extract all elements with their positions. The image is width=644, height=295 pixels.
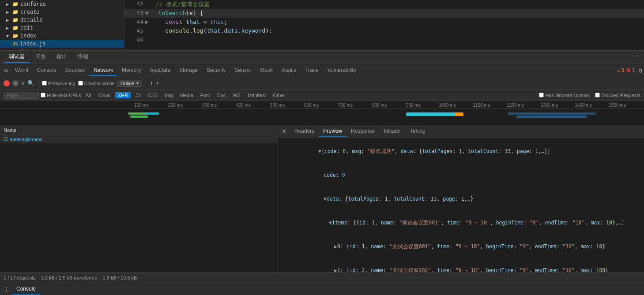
cursor-icon[interactable]: ⊡	[2, 67, 11, 74]
expand-arrow-0[interactable]: ▶	[334, 243, 337, 250]
filter-css[interactable]: CSS	[145, 92, 161, 98]
tab-debugger[interactable]: 调试器	[4, 51, 30, 63]
ruler-tick: 900 ms	[396, 103, 430, 108]
response-content[interactable]: ▼{code: 0, msg: "操作成功", data: {totalPage…	[278, 138, 644, 272]
filter-input-wrap[interactable]	[4, 92, 39, 99]
expand-arrow-1[interactable]: ▶	[334, 267, 337, 272]
tab-sources[interactable]: Sources	[61, 65, 89, 76]
ruler-tick: 400 ms	[226, 103, 260, 108]
expand-arrow[interactable]: ▼	[329, 220, 332, 226]
console-tab[interactable]: Console	[12, 284, 40, 295]
tab-console[interactable]: Console	[33, 65, 61, 76]
close-icon[interactable]: ✕	[282, 128, 286, 134]
preserve-log-checkbox[interactable]	[42, 81, 47, 86]
tab-trace[interactable]: Trace	[301, 65, 323, 76]
line-arrow: ▼	[145, 9, 151, 18]
folder-icon: 📁	[12, 9, 19, 15]
filter-other[interactable]: Other	[271, 92, 288, 98]
clear-button[interactable]: ⊘	[12, 80, 19, 86]
bottom-menu-icon[interactable]: ⋮	[4, 286, 9, 292]
sidebar-item[interactable]: ▶ 📁 details	[0, 16, 124, 24]
filter-manifest[interactable]: Manifest	[245, 92, 269, 98]
disable-cache-label[interactable]: Disable cache	[78, 81, 115, 86]
network-action-toolbar: ⊘ ▽ 🔍 Preserve log Disable cache Online …	[0, 77, 644, 90]
record-button[interactable]	[4, 80, 10, 86]
resp-tab-preview[interactable]: Preview	[319, 126, 346, 137]
sidebar-item-label: index.json	[20, 49, 52, 50]
expand-arrow[interactable]: ▼	[318, 148, 321, 154]
tab-audits[interactable]: Audits	[277, 65, 301, 76]
filter-font[interactable]: Font	[198, 92, 213, 98]
filter-media[interactable]: Media	[177, 92, 196, 98]
tab-vulnerability[interactable]: Vulnerability	[323, 65, 361, 76]
resp-tab-initiator[interactable]: Initiator	[379, 126, 405, 137]
ruler-tick: 600 ms	[294, 103, 328, 108]
filter-cloud[interactable]: Cloud	[95, 92, 113, 98]
resp-tab-response[interactable]: Response	[346, 126, 379, 137]
settings-gear-icon[interactable]: ⚙	[639, 67, 642, 74]
filter-input[interactable]	[7, 93, 33, 98]
tab-security[interactable]: Security	[202, 65, 230, 76]
request-item-meetingrooms[interactable]: ☐ meetingRooms	[0, 135, 278, 143]
sidebar-item[interactable]: ▶ 📁 conferee	[0, 0, 124, 8]
resp-tab-headers[interactable]: Headers	[290, 126, 319, 137]
hide-data-urls-checkbox[interactable]	[41, 93, 45, 97]
tab-wxml[interactable]: Wxml	[11, 65, 33, 76]
request-list-panel: Name ☐ meetingRooms	[0, 125, 278, 272]
sidebar-item[interactable]: {} index.json	[0, 48, 124, 50]
filter-js[interactable]: JS	[132, 92, 143, 98]
filter-all[interactable]: All	[83, 92, 94, 98]
filter-xhr[interactable]: XHR	[115, 92, 131, 98]
online-label: Online	[121, 81, 135, 86]
chevron-down-icon: ▼	[136, 81, 139, 85]
tab-memory[interactable]: Memory	[117, 65, 145, 76]
has-blocked-cookies-checkbox[interactable]	[539, 93, 544, 97]
blocked-requests-label[interactable]: Blocked Requests	[595, 93, 640, 98]
filter-img[interactable]: Img	[162, 92, 175, 98]
filter-bar: Hide data URLs All Cloud XHR JS CSS Img …	[0, 90, 644, 101]
tab-storage[interactable]: Storage	[175, 65, 202, 76]
sidebar-item[interactable]: ▶ 📁 create	[0, 8, 124, 16]
arrow-icon: ▼	[6, 34, 12, 38]
blocked-requests-checkbox[interactable]	[595, 93, 600, 97]
tab-output[interactable]: 输出	[51, 51, 72, 63]
filter-ws[interactable]: WS	[230, 92, 243, 98]
download-icon[interactable]: ⬇	[156, 80, 159, 86]
json-item-0: ▶0: {id: 1, name: "测试会议室001", time: "9 ~…	[298, 235, 640, 258]
arrow-icon: ▶	[6, 2, 12, 7]
filter-doc[interactable]: Doc	[215, 92, 229, 98]
line-arrow: ▶	[145, 18, 151, 26]
sidebar-item-index-js[interactable]: JS index.js	[0, 40, 124, 48]
resp-tab-timing[interactable]: Timing	[405, 126, 430, 137]
tab-terminal[interactable]: 终端	[72, 51, 94, 63]
hide-data-urls-label[interactable]: Hide data URLs	[41, 93, 81, 98]
disable-cache-checkbox[interactable]	[78, 81, 83, 86]
request-count-status: 1 / 17 requests	[4, 275, 36, 280]
line-content	[149, 35, 152, 44]
tab-sensor[interactable]: Sensor	[230, 65, 256, 76]
online-select[interactable]: Online ▼	[117, 80, 143, 87]
ruler-tick: 1500 ms	[600, 103, 634, 108]
sidebar-item[interactable]: ▶ 📁 edit	[0, 24, 124, 32]
sidebar-item[interactable]: ▼ 📂 index	[0, 32, 124, 40]
search-icon[interactable]: 🔍	[27, 80, 34, 86]
tab-mock[interactable]: Mock	[256, 65, 277, 76]
blocked-requests-text: Blocked Requests	[601, 93, 640, 98]
expand-arrow[interactable]: ▼	[324, 196, 327, 202]
upload-icon[interactable]: ⬆	[150, 80, 153, 86]
warn-triangle-icon: ⚠	[617, 67, 620, 73]
arrow-icon: ▶	[6, 26, 12, 30]
request-checkbox: ☐	[4, 136, 10, 142]
has-blocked-cookies-label[interactable]: Has blocked cookies	[539, 93, 590, 98]
error-count: 1	[632, 67, 635, 73]
tab-network[interactable]: Network	[89, 65, 117, 76]
tab-appdata[interactable]: AppData	[145, 65, 175, 76]
response-panel: ✕ Headers Preview Response Initiator Tim…	[278, 125, 644, 272]
filter-icon[interactable]: ▽	[21, 80, 25, 86]
scroll-up-icon[interactable]: ⌃	[636, 54, 639, 60]
preserve-log-label[interactable]: Preserve log	[42, 81, 75, 86]
bottom-console-bar: ⋮ Console	[0, 283, 644, 295]
waterfall-bar-green2	[130, 116, 148, 118]
json-line-items: ▼items: [{id: 1, name: "测试会议室001", time:…	[292, 211, 640, 235]
tab-issues[interactable]: 问题	[30, 51, 51, 63]
